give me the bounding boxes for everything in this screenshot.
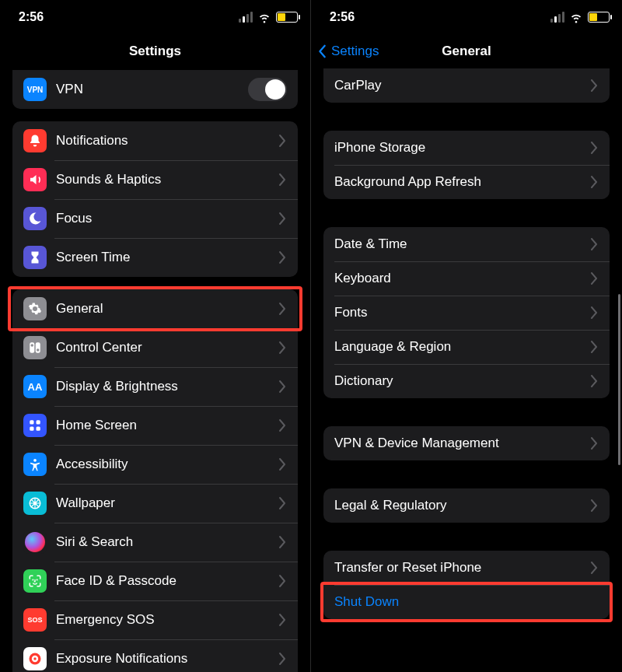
- row-controlcenter[interactable]: Control Center: [12, 328, 298, 367]
- row-label: Transfer or Reset iPhone: [334, 560, 589, 576]
- page-title: Settings: [129, 44, 181, 59]
- settings-list[interactable]: VPN VPN NotificationsSounds & HapticsFoc…: [0, 68, 310, 672]
- vpn-toggle[interactable]: [248, 78, 287, 101]
- siri-icon: [23, 530, 47, 554]
- general-list[interactable]: CarPlay iPhone StorageBackground App Ref…: [311, 68, 622, 672]
- wallpaper-icon: [23, 492, 47, 515]
- row-general[interactable]: General: [12, 289, 298, 328]
- chevron-right-icon: [589, 499, 599, 513]
- chevron-right-icon: [278, 380, 287, 394]
- row-notifications[interactable]: Notifications: [12, 121, 298, 160]
- wifi-icon: [569, 10, 583, 24]
- row-dictionary[interactable]: Dictionary: [323, 364, 610, 398]
- accessibility-icon: [23, 453, 47, 476]
- chevron-right-icon: [589, 141, 599, 155]
- status-time: 2:56: [19, 10, 44, 24]
- battery-icon: [276, 12, 298, 23]
- row-sos[interactable]: SOSEmergency SOS: [12, 600, 298, 639]
- row-label: Exposure Notifications: [56, 651, 278, 667]
- chevron-right-icon: [278, 496, 287, 510]
- chevron-right-icon: [589, 374, 599, 388]
- row-focus[interactable]: Focus: [12, 199, 298, 238]
- chevron-right-icon: [589, 561, 599, 575]
- general-icon: [23, 297, 47, 320]
- row-label: Notifications: [56, 133, 278, 149]
- row-fonts[interactable]: Fonts: [323, 296, 610, 330]
- row-wallpaper[interactable]: Wallpaper: [12, 484, 298, 523]
- chevron-right-icon: [278, 302, 287, 316]
- row-label: Display & Brightness: [56, 379, 278, 394]
- row-datetime[interactable]: Date & Time: [323, 227, 610, 261]
- svg-point-11: [32, 579, 33, 581]
- chevron-right-icon: [278, 613, 287, 627]
- row-faceid[interactable]: Face ID & Passcode: [12, 562, 298, 600]
- row-homescreen[interactable]: Home Screen: [12, 406, 298, 445]
- page-title: General: [442, 44, 491, 59]
- row-label: Screen Time: [56, 250, 278, 265]
- row-sounds[interactable]: Sounds & Haptics: [12, 160, 298, 199]
- svg-point-15: [33, 657, 36, 660]
- status-time: 2:56: [330, 10, 355, 24]
- row-label: Date & Time: [334, 236, 589, 252]
- nav-bar: Settings: [0, 34, 310, 68]
- focus-icon: [23, 207, 47, 230]
- row-label: Shut Down: [334, 594, 599, 610]
- wifi-icon: [257, 10, 271, 24]
- row-exposure[interactable]: Exposure Notifications: [12, 639, 298, 672]
- row-vpnmgmt[interactable]: VPN & Device Management: [323, 426, 610, 460]
- cell-signal-icon: [550, 12, 564, 23]
- chevron-right-icon: [278, 341, 287, 355]
- row-label: Dictionary: [334, 373, 589, 389]
- battery-icon: [588, 12, 610, 23]
- row-legal[interactable]: Legal & Regulatory: [323, 488, 610, 523]
- row-label: Face ID & Passcode: [56, 573, 278, 589]
- row-label: Emergency SOS: [56, 612, 278, 628]
- svg-rect-5: [37, 420, 40, 424]
- row-transfer[interactable]: Transfer or Reset iPhone: [323, 551, 610, 585]
- row-label: Keyboard: [334, 271, 589, 286]
- svg-rect-4: [30, 420, 33, 424]
- row-label: General: [56, 301, 278, 317]
- svg-point-8: [33, 459, 37, 462]
- row-bgrefresh[interactable]: Background App Refresh: [323, 165, 610, 199]
- row-shutdown[interactable]: Shut Down: [323, 585, 610, 619]
- chevron-right-icon: [278, 250, 287, 264]
- svg-rect-2: [36, 342, 40, 353]
- scroll-indicator[interactable]: [618, 294, 620, 465]
- row-label: Language & Region: [334, 339, 589, 355]
- chevron-right-icon: [589, 340, 599, 354]
- row-storage[interactable]: iPhone Storage: [323, 131, 610, 165]
- row-vpn[interactable]: VPN VPN: [12, 70, 298, 109]
- status-bar: 2:56: [311, 0, 622, 34]
- row-label: iPhone Storage: [334, 140, 589, 156]
- exposure-icon: [23, 647, 47, 670]
- sos-icon: SOS: [23, 608, 47, 632]
- chevron-right-icon: [278, 134, 287, 148]
- back-button[interactable]: Settings: [316, 44, 379, 59]
- row-label: VPN: [56, 82, 248, 97]
- svg-rect-0: [30, 342, 34, 353]
- controlcenter-icon: [23, 336, 47, 359]
- row-langregion[interactable]: Language & Region: [323, 330, 610, 364]
- svg-point-12: [37, 579, 38, 581]
- row-carplay[interactable]: CarPlay: [323, 68, 610, 103]
- chevron-right-icon: [589, 237, 599, 251]
- row-display[interactable]: AADisplay & Brightness: [12, 367, 298, 406]
- row-keyboard[interactable]: Keyboard: [323, 261, 610, 296]
- status-bar: 2:56: [0, 0, 310, 34]
- chevron-right-icon: [278, 457, 287, 471]
- svg-rect-6: [30, 427, 33, 431]
- chevron-right-icon: [278, 212, 287, 226]
- back-label: Settings: [331, 44, 379, 59]
- nav-bar: Settings General: [311, 34, 622, 68]
- row-label: Accessibility: [56, 457, 278, 472]
- row-screentime[interactable]: Screen Time: [12, 238, 298, 277]
- settings-screen: 2:56 Settings VPN VPN NotificationsSound…: [0, 0, 311, 672]
- row-label: Background App Refresh: [334, 174, 589, 190]
- row-label: Legal & Regulatory: [334, 498, 589, 513]
- row-label: Wallpaper: [56, 495, 278, 511]
- row-accessibility[interactable]: Accessibility: [12, 445, 298, 484]
- row-siri[interactable]: Siri & Search: [12, 523, 298, 562]
- row-label: Sounds & Haptics: [56, 172, 278, 187]
- cell-signal-icon: [239, 12, 253, 23]
